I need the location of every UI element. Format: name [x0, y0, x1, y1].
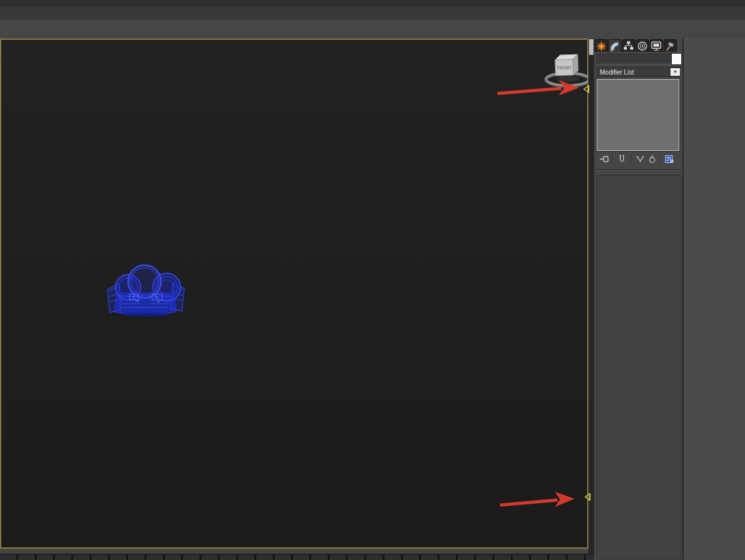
motion-icon [636, 40, 648, 52]
object-name-field[interactable] [597, 54, 672, 64]
display-icon [650, 40, 662, 52]
menu-bar [0, 7, 745, 19]
show-end-result-button[interactable] [617, 154, 627, 164]
tab-utilities[interactable] [664, 39, 677, 52]
modifier-stack-list[interactable] [597, 79, 679, 151]
pin-stack-button[interactable] [599, 154, 609, 164]
configure-modifier-sets-button[interactable] [664, 154, 674, 164]
chevron-down-icon: ▾ [670, 68, 680, 76]
modifier-list-dropdown[interactable]: Modifier List ▾ [597, 67, 681, 77]
panel-scrollbar-thumb[interactable] [589, 39, 593, 55]
application-window: FRONT [0, 0, 745, 560]
hierarchy-icon [623, 40, 635, 52]
workspace-empty-area [684, 39, 745, 560]
tab-hierarchy[interactable] [622, 39, 635, 52]
modify-icon [609, 40, 621, 52]
viewcube-front-label: FRONT [557, 66, 571, 70]
viewport-edge-marker-bottom[interactable] [583, 492, 591, 501]
command-panel: Modifier List ▾ [594, 39, 682, 560]
viewcube[interactable]: FRONT [541, 52, 594, 88]
remove-modifier-icon [647, 154, 657, 164]
panel-divider [595, 169, 681, 170]
timeline-track-bar[interactable] [0, 554, 594, 560]
rollout-area [596, 177, 682, 559]
remove-modifier-button[interactable] [647, 154, 657, 164]
utilities-icon [664, 40, 676, 52]
viewport-edge-marker-top[interactable] [582, 85, 590, 93]
tab-create[interactable] [595, 39, 608, 52]
main-toolbar [0, 19, 745, 39]
panel-divider [595, 175, 681, 176]
pin-stack-icon [599, 154, 609, 164]
modifier-list-value: Modifier List [597, 69, 670, 76]
modifier-stack-toolbar [594, 153, 682, 165]
tab-motion[interactable] [636, 39, 649, 52]
create-icon [595, 40, 607, 52]
object-color-swatch[interactable] [671, 53, 682, 65]
make-unique-icon [635, 154, 645, 164]
tab-modify[interactable] [608, 39, 621, 52]
tab-display[interactable] [650, 39, 663, 52]
configure-modifier-sets-icon [664, 154, 674, 164]
title-bar [0, 0, 745, 7]
make-unique-button[interactable] [635, 154, 645, 164]
viewport-front[interactable]: FRONT [0, 39, 588, 549]
show-end-result-icon [617, 154, 627, 164]
scene-model-wireframe[interactable] [104, 261, 188, 319]
